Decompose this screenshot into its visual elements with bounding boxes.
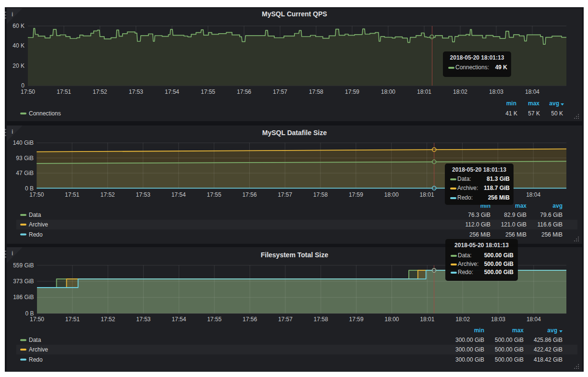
svg-text:500.00 GiB: 500.00 GiB [495, 346, 524, 353]
svg-text:Redo: Redo [29, 231, 43, 238]
svg-text:Data: Data [29, 337, 41, 343]
svg-text:57 K: 57 K [528, 110, 540, 117]
svg-text:17:55: 17:55 [207, 316, 221, 323]
svg-text:18:01: 18:01 [420, 316, 434, 323]
svg-text:17:52: 17:52 [93, 88, 107, 95]
svg-text:17:55: 17:55 [201, 88, 215, 95]
svg-text:Redo: Redo [29, 356, 43, 363]
svg-text:17:55: 17:55 [207, 191, 221, 198]
svg-text:Data: Data [29, 212, 41, 218]
svg-text:79.6 GiB: 79.6 GiB [540, 212, 563, 218]
svg-text:559 GiB: 559 GiB [13, 262, 34, 269]
svg-text:17:58: 17:58 [313, 191, 328, 198]
svg-text:300.00 GiB: 300.00 GiB [455, 337, 484, 343]
svg-text:17:56: 17:56 [242, 191, 257, 198]
svg-text:93 GiB: 93 GiB [16, 155, 34, 162]
svg-text:18:04: 18:04 [527, 316, 541, 323]
svg-text:17:58: 17:58 [309, 88, 323, 95]
svg-text:min: min [474, 327, 484, 334]
svg-text:17:57: 17:57 [278, 316, 293, 323]
svg-text:18:02: 18:02 [453, 88, 467, 95]
svg-text:17:54: 17:54 [172, 316, 186, 323]
svg-text:50 K: 50 K [551, 110, 563, 117]
svg-text:17:51: 17:51 [65, 316, 80, 323]
svg-text:256 MiB: 256 MiB [469, 231, 490, 238]
svg-text:17:53: 17:53 [136, 191, 150, 198]
svg-text:17:50: 17:50 [30, 316, 44, 323]
svg-text:17:56: 17:56 [237, 88, 251, 95]
svg-text:256 MiB: 256 MiB [505, 231, 527, 238]
svg-text:17:52: 17:52 [100, 191, 115, 198]
svg-text:avg: avg [547, 327, 557, 334]
svg-text:i: i [12, 250, 13, 257]
svg-text:300.00 GiB: 300.00 GiB [455, 346, 484, 353]
svg-text:47 GiB: 47 GiB [16, 170, 34, 176]
svg-text:18:01: 18:01 [417, 88, 431, 95]
svg-text:186 GiB: 186 GiB [13, 294, 34, 301]
svg-text:112.0 GiB: 112.0 GiB [466, 221, 490, 228]
svg-text:140 GiB: 140 GiB [13, 139, 34, 146]
svg-text:17:52: 17:52 [101, 316, 115, 323]
svg-text:0 B: 0 B [25, 185, 34, 192]
svg-text:Archive: Archive [29, 346, 48, 353]
svg-text:82.9 GiB: 82.9 GiB [504, 212, 527, 218]
svg-text:MySQL Datafile Size: MySQL Datafile Size [262, 129, 327, 137]
svg-text:17:57: 17:57 [278, 191, 292, 198]
svg-text:18:00: 18:00 [384, 191, 399, 198]
svg-text:18:00: 18:00 [384, 316, 399, 323]
svg-text:17:53: 17:53 [129, 88, 143, 95]
svg-text:500.00 GiB: 500.00 GiB [495, 356, 524, 363]
svg-text:41 K: 41 K [505, 110, 517, 117]
svg-text:76.3 GiB: 76.3 GiB [468, 212, 490, 218]
svg-text:18:00: 18:00 [381, 88, 395, 95]
svg-text:373 GiB: 373 GiB [13, 278, 34, 285]
svg-text:17:54: 17:54 [172, 191, 186, 198]
svg-text:20 K: 20 K [12, 63, 24, 69]
svg-text:60 K: 60 K [12, 23, 24, 29]
svg-text:17:54: 17:54 [165, 88, 179, 95]
svg-text:MySQL Current QPS: MySQL Current QPS [262, 10, 327, 18]
svg-text:418.42 GiB: 418.42 GiB [534, 356, 563, 363]
svg-text:0: 0 [21, 82, 24, 89]
svg-text:17:59: 17:59 [349, 316, 364, 323]
svg-text:17:51: 17:51 [65, 191, 79, 198]
svg-text:17:56: 17:56 [243, 316, 257, 323]
svg-text:avg: avg [549, 100, 559, 107]
svg-text:i: i [12, 11, 13, 18]
svg-text:18:04: 18:04 [525, 88, 539, 95]
svg-text:Filesystem Total Size: Filesystem Total Size [261, 251, 329, 259]
svg-text:300.00 GiB: 300.00 GiB [455, 356, 484, 363]
svg-text:40 K: 40 K [12, 42, 24, 49]
svg-text:max: max [528, 100, 539, 107]
svg-text:17:50: 17:50 [29, 191, 44, 198]
svg-text:min: min [506, 100, 516, 107]
svg-text:17:59: 17:59 [349, 191, 363, 198]
svg-text:422.42 GiB: 422.42 GiB [534, 346, 563, 353]
svg-text:i: i [12, 128, 13, 135]
svg-text:116.6 GiB: 116.6 GiB [538, 221, 563, 228]
svg-text:17:50: 17:50 [21, 88, 35, 95]
svg-text:500.00 GiB: 500.00 GiB [495, 337, 524, 343]
svg-text:avg: avg [552, 202, 563, 209]
svg-text:18:02: 18:02 [455, 316, 470, 323]
svg-text:Connections: Connections [29, 110, 61, 117]
svg-text:17:57: 17:57 [273, 88, 287, 95]
svg-text:18:03: 18:03 [489, 88, 503, 95]
svg-text:max: max [512, 327, 524, 334]
svg-text:17:58: 17:58 [314, 316, 328, 323]
svg-text:Archive: Archive [29, 221, 48, 228]
svg-text:18:01: 18:01 [420, 191, 434, 198]
svg-text:17:59: 17:59 [345, 88, 359, 95]
svg-text:256 MiB: 256 MiB [541, 231, 563, 238]
svg-text:17:53: 17:53 [136, 316, 150, 323]
svg-text:17:51: 17:51 [57, 88, 71, 95]
svg-text:max: max [515, 202, 527, 209]
svg-text:18:04: 18:04 [526, 191, 540, 198]
svg-text:121.0 GiB: 121.0 GiB [501, 221, 527, 228]
svg-text:425.86 GiB: 425.86 GiB [534, 337, 563, 343]
svg-text:18:03: 18:03 [491, 316, 505, 323]
